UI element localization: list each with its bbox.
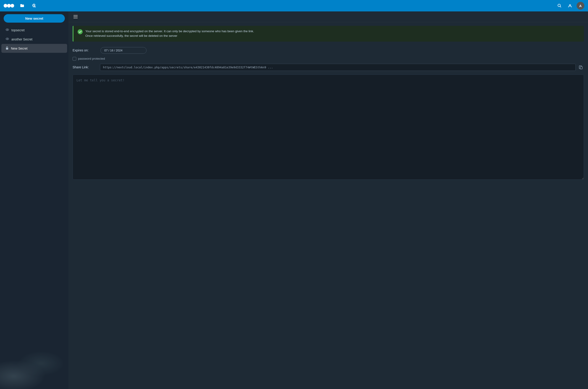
password-protected-checkbox-row: password protected bbox=[73, 57, 105, 61]
svg-point-0 bbox=[4, 4, 7, 7]
share-link-label: Share Link: bbox=[73, 65, 98, 69]
svg-rect-14 bbox=[6, 48, 8, 50]
sidebar-item-another-secret[interactable]: another Secret bbox=[1, 35, 67, 44]
svg-point-11 bbox=[7, 29, 8, 30]
expires-label: Expires on: bbox=[73, 48, 98, 52]
logo-circles bbox=[4, 3, 14, 9]
svg-rect-16 bbox=[580, 66, 582, 69]
success-check-icon bbox=[78, 29, 83, 35]
secrets-list: topsecret another Secret bbox=[0, 25, 68, 386]
share-link-input[interactable] bbox=[100, 64, 576, 71]
share-link-row: Share Link: bbox=[73, 64, 584, 71]
svg-point-1 bbox=[7, 4, 11, 7]
sidebar-item-topsecret[interactable]: topsecret bbox=[1, 26, 67, 34]
copy-link-button[interactable] bbox=[578, 64, 584, 70]
top-navigation: A bbox=[0, 0, 588, 11]
lock-icon bbox=[5, 46, 9, 51]
content-toolbar bbox=[68, 11, 588, 22]
secret-textarea[interactable] bbox=[73, 74, 584, 180]
topnav-right: A bbox=[556, 2, 584, 10]
folder-svg bbox=[20, 3, 25, 8]
hamburger-menu-icon[interactable] bbox=[73, 14, 79, 19]
svg-point-15 bbox=[78, 29, 83, 34]
contacts-icon[interactable] bbox=[566, 2, 574, 10]
svg-point-2 bbox=[10, 4, 14, 7]
password-protected-checkbox[interactable] bbox=[73, 57, 76, 61]
topnav-left bbox=[4, 2, 38, 10]
new-secret-button[interactable]: New secret bbox=[4, 14, 65, 23]
success-message: Your secret is stored end-to-end encrypt… bbox=[85, 29, 254, 38]
svg-line-8 bbox=[560, 6, 561, 7]
eye-icon bbox=[5, 28, 9, 32]
nextcloud-logo[interactable] bbox=[4, 3, 14, 9]
files-icon[interactable] bbox=[18, 2, 26, 10]
logo-svg bbox=[4, 3, 14, 9]
sidebar: New secret topsecret anoth bbox=[0, 11, 68, 389]
expires-row: Expires on: bbox=[73, 47, 584, 54]
expires-date-input[interactable] bbox=[100, 47, 146, 54]
key-svg bbox=[32, 3, 36, 8]
secret-form: Expires on: password protected Share Lin… bbox=[68, 43, 588, 74]
sidebar-item-new-secret[interactable]: New Secret bbox=[1, 44, 67, 53]
password-protected-row: password protected bbox=[73, 57, 584, 61]
main-content: Your secret is stored end-to-end encrypt… bbox=[68, 11, 588, 389]
password-protected-label: password protected bbox=[78, 57, 105, 60]
svg-point-7 bbox=[558, 4, 560, 7]
secrets-app-icon[interactable] bbox=[30, 2, 38, 10]
main-layout: New secret topsecret anoth bbox=[0, 11, 588, 389]
svg-point-13 bbox=[7, 38, 8, 39]
copy-icon bbox=[579, 65, 583, 69]
user-avatar[interactable]: A bbox=[577, 2, 584, 10]
success-banner: Your secret is stored end-to-end encrypt… bbox=[73, 26, 584, 42]
search-icon[interactable] bbox=[556, 2, 563, 10]
eye-icon-2 bbox=[5, 37, 9, 41]
